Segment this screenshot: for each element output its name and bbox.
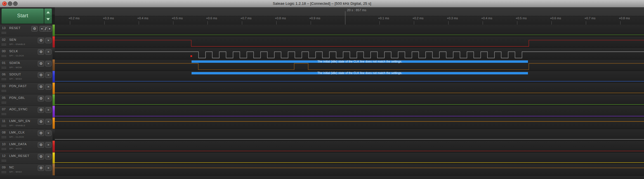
channel-name: LMK_DATA (9, 142, 27, 146)
channel-color-strip (53, 36, 55, 48)
channel-remove-button[interactable]: × (45, 61, 51, 66)
timeline-major-label: 20 s : 857 ms (347, 8, 366, 12)
channel-settings-button[interactable]: ⚙ (38, 119, 44, 125)
ruler-tick (311, 21, 311, 25)
trigger-next-button[interactable]: ▶ (48, 26, 52, 31)
digital-waveforms[interactable]: The initial (idle) state of the CLK line… (55, 25, 644, 179)
ruler-tick (620, 21, 621, 25)
channel-row-adc_sync[interactable]: 07ADC_SYNC⚙× (0, 106, 53, 118)
drag-handle-icon[interactable] (1, 32, 6, 34)
channel-name: LMK_RESET (9, 154, 29, 157)
channel-remove-button[interactable]: × (45, 130, 51, 136)
channel-panel: 13RESET⚙◀▶02SENSPI - ENABLE⚙×00SCLKSPI -… (0, 25, 53, 176)
channel-row-lmk_clk[interactable]: 08LMK_CLKSPI - CLOCK⚙× (0, 129, 53, 141)
channel-settings-button[interactable]: ⚙ (38, 165, 44, 171)
channel-number: 07 (0, 108, 8, 111)
channel-row-pdn_fast[interactable]: 03PDN_FAST⚙× (0, 83, 53, 94)
channel-remove-button[interactable]: × (45, 142, 51, 148)
channel-settings-button[interactable]: ⚙ (31, 26, 38, 32)
wave-sen (55, 40, 644, 47)
trigger-edge-icon[interactable] (44, 26, 48, 31)
channel-number: 01 (0, 61, 8, 65)
ruler-tick (448, 21, 449, 25)
channel-settings-button[interactable]: ⚙ (38, 84, 44, 90)
channel-color-strip (53, 83, 55, 94)
drag-handle-icon[interactable] (1, 171, 6, 173)
channel-row-lmk_data[interactable]: 10LMK_DATASPI - MOSI⚙× (0, 141, 53, 152)
ruler-tick (104, 21, 105, 25)
channel-remove-button[interactable]: × (45, 72, 51, 78)
channel-number: 06 (0, 73, 8, 76)
channel-remove-button[interactable]: × (45, 119, 51, 125)
channel-row-lmk_reset[interactable]: 12LMK_RESET⚙× (0, 152, 53, 164)
channel-settings-button[interactable]: ⚙ (38, 142, 44, 148)
channel-row-sen[interactable]: 02SENSPI - ENABLE⚙× (0, 36, 53, 48)
channel-protocol-label: SPI - ENABLE (9, 124, 25, 127)
channel-settings-button[interactable]: ⚙ (38, 107, 44, 113)
channel-settings-button[interactable]: ⚙ (38, 96, 44, 101)
channel-settings-button[interactable]: ⚙ (38, 130, 44, 136)
channel-protocol-label: SPI - MOSI (9, 147, 22, 150)
bottom-filler (0, 176, 644, 179)
drag-handle-icon[interactable] (1, 90, 6, 92)
drag-handle-icon[interactable] (1, 55, 6, 57)
waveform-area[interactable]: The initial (idle) state of the CLK line… (55, 25, 644, 179)
channel-color-strip (53, 25, 55, 36)
channel-protocol-label: SPI - MOSI (9, 66, 22, 69)
drag-handle-icon[interactable] (1, 66, 6, 69)
channel-settings-button[interactable]: ⚙ (38, 38, 44, 43)
channel-remove-button[interactable]: × (45, 49, 51, 55)
channel-remove-button[interactable]: × (45, 84, 51, 90)
channel-row-nc[interactable]: 09NCSPI - MISO⚙× (0, 164, 53, 176)
channel-remove-button[interactable]: × (45, 38, 51, 43)
channel-row-sdata[interactable]: 01SDATASPI - MOSI⚙× (0, 59, 53, 71)
channel-row-sclk[interactable]: 00SCLKSPI - CLOCK⚙× (0, 48, 53, 59)
chevron-up-icon[interactable] (46, 11, 50, 13)
channel-color-strip (53, 94, 55, 106)
trigger-prev-button[interactable]: ◀ (40, 26, 44, 31)
channel-number: 10 (0, 142, 8, 146)
drag-handle-icon[interactable] (1, 125, 6, 127)
ruler-tick (173, 21, 173, 25)
wave-sdata (55, 63, 644, 70)
channel-number: 03 (0, 84, 8, 88)
drag-handle-icon[interactable] (1, 78, 6, 80)
drag-handle-icon[interactable] (1, 136, 6, 139)
channel-name: SDATA (9, 61, 20, 65)
channel-remove-button[interactable]: × (45, 165, 51, 171)
channel-remove-button[interactable]: × (45, 107, 51, 113)
channel-name: LMK_SPI_EN (9, 119, 30, 123)
channel-color-strip (53, 141, 55, 152)
trigger-point-marker (190, 55, 192, 57)
channel-row-reset[interactable]: 13RESET⚙◀▶ (0, 25, 53, 36)
channel-color-strip (53, 152, 55, 164)
channel-row-sdout[interactable]: 06SDOUTSPI - MISO⚙× (0, 71, 53, 83)
ruler-tick-label: +0.9 ms (309, 16, 320, 20)
channel-settings-button[interactable]: ⚙ (38, 49, 44, 55)
channel-color-strip (53, 164, 55, 175)
channel-protocol-label: SPI - CLOCK (9, 54, 24, 57)
channel-row-lmk_spi_en[interactable]: 11LMK_SPI_ENSPI - ENABLE⚙× (0, 118, 53, 129)
drag-handle-icon[interactable] (1, 113, 6, 115)
ruler-tick-label: +0.7 ms (240, 16, 251, 20)
ruler-tick (517, 21, 517, 25)
capture-options-stepper[interactable] (44, 8, 52, 24)
channel-settings-button[interactable]: ⚙ (38, 72, 44, 78)
channel-settings-button[interactable]: ⚙ (38, 61, 44, 66)
channel-name: NC (9, 166, 14, 169)
drag-handle-icon[interactable] (1, 101, 6, 104)
channel-name: LMK_CLK (9, 131, 25, 134)
channel-color-strip (53, 59, 55, 71)
protocol-warning-text: The initial (idle) state of the CLK line… (317, 60, 402, 63)
timeline-ruler[interactable]: 20 s : 857 ms +0.2 ms+0.3 ms+0.4 ms+0.5 … (55, 7, 644, 25)
channel-row-pdn_gbl[interactable]: 05PDN_GBL⚙× (0, 94, 53, 106)
drag-handle-icon[interactable] (1, 148, 6, 150)
drag-handle-icon[interactable] (1, 159, 6, 162)
channel-settings-button[interactable]: ⚙ (38, 154, 44, 159)
channel-remove-button[interactable]: × (45, 154, 51, 159)
drag-handle-icon[interactable] (1, 43, 6, 46)
chevron-down-icon[interactable] (46, 18, 50, 20)
title-bar: × – ▫ Saleae Logic 1.2.18 – [Connected] … (0, 0, 644, 8)
start-capture-button[interactable]: Start (1, 8, 44, 24)
channel-remove-button[interactable]: × (45, 96, 51, 101)
